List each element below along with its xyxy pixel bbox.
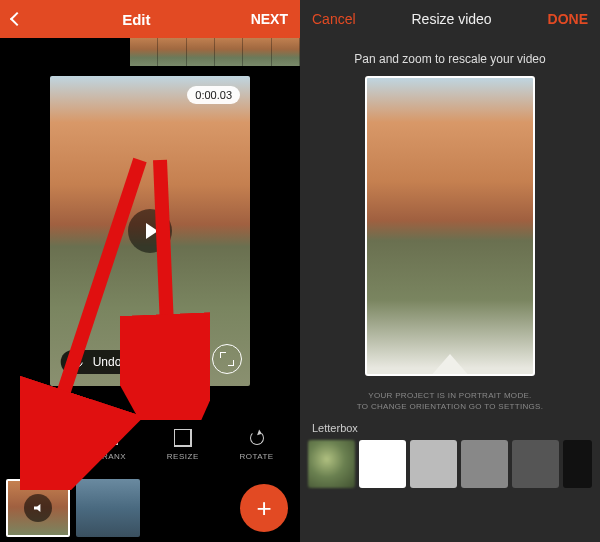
undo-icon bbox=[71, 355, 85, 369]
timeline-frame bbox=[130, 38, 158, 66]
tool-resize[interactable]: RESIZE bbox=[167, 428, 199, 461]
letterbox-gray[interactable] bbox=[461, 440, 508, 488]
fullscreen-icon bbox=[222, 354, 232, 364]
resize-screen: Cancel Resize video DONE Pan and zoom to… bbox=[300, 0, 600, 542]
resize-header: Cancel Resize video DONE bbox=[300, 0, 600, 38]
tool-row: SPEED TRANX RESIZE ROTATE bbox=[0, 416, 300, 472]
resize-canvas[interactable] bbox=[365, 76, 535, 376]
orientation-note: YOUR PROJECT IS IN PORTRAIT MODE. TO CHA… bbox=[300, 390, 600, 412]
tool-tranx[interactable]: TRANX bbox=[97, 428, 127, 461]
timeline-frame bbox=[243, 38, 271, 66]
letterbox-darkgray[interactable] bbox=[512, 440, 559, 488]
clip-tray: + bbox=[0, 474, 300, 542]
next-button[interactable]: NEXT bbox=[251, 11, 288, 27]
timeline[interactable] bbox=[0, 38, 300, 66]
undo-delete-pill: Undo Delete bbox=[61, 350, 198, 374]
letterbox-label: Letterbox bbox=[300, 412, 600, 440]
edit-title: Edit bbox=[122, 11, 150, 28]
timeline-strip[interactable] bbox=[130, 38, 300, 66]
done-button[interactable]: DONE bbox=[548, 11, 588, 27]
tool-rotate[interactable]: ROTATE bbox=[239, 428, 273, 461]
tool-label: TRANX bbox=[97, 452, 127, 461]
speed-icon bbox=[34, 431, 48, 445]
fullscreen-button[interactable] bbox=[212, 344, 242, 374]
tool-label: RESIZE bbox=[167, 452, 199, 461]
delete-button[interactable]: Delete bbox=[151, 355, 186, 369]
letterbox-lightgray[interactable] bbox=[410, 440, 457, 488]
time-badge: 0:00.03 bbox=[187, 86, 240, 104]
volume-button[interactable] bbox=[24, 494, 52, 522]
timeline-frame bbox=[158, 38, 186, 66]
clip-thumb-1[interactable] bbox=[6, 479, 70, 537]
clip-thumb-2[interactable] bbox=[76, 479, 140, 537]
timeline-frame bbox=[272, 38, 300, 66]
volume-icon bbox=[34, 504, 42, 512]
undo-button[interactable]: Undo bbox=[93, 355, 122, 369]
edit-screen: Edit NEXT 0:00.03 Undo Delete bbox=[0, 0, 300, 542]
tool-label: SPEED bbox=[26, 452, 56, 461]
tool-label: ROTATE bbox=[239, 452, 273, 461]
resize-icon bbox=[176, 431, 190, 445]
video-preview[interactable]: 0:00.03 Undo Delete bbox=[50, 76, 250, 386]
timeline-frame bbox=[187, 38, 215, 66]
add-clip-button[interactable]: + bbox=[240, 484, 288, 532]
orientation-note-line1: YOUR PROJECT IS IN PORTRAIT MODE. bbox=[300, 390, 600, 401]
delete-icon bbox=[131, 357, 141, 367]
cancel-button[interactable]: Cancel bbox=[312, 11, 356, 27]
preview-area: 0:00.03 Undo Delete bbox=[0, 66, 300, 387]
tool-speed[interactable]: SPEED bbox=[26, 428, 56, 461]
resize-hint: Pan and zoom to rescale your video bbox=[300, 38, 600, 76]
resize-title: Resize video bbox=[411, 11, 491, 27]
rotate-icon bbox=[250, 431, 264, 445]
timeline-frame bbox=[215, 38, 243, 66]
transition-icon bbox=[104, 431, 118, 445]
letterbox-row bbox=[300, 440, 600, 488]
letterbox-white[interactable] bbox=[359, 440, 406, 488]
play-button[interactable] bbox=[128, 209, 172, 253]
play-icon bbox=[146, 223, 158, 239]
letterbox-black[interactable] bbox=[563, 440, 592, 488]
orientation-note-line2: TO CHANGE ORIENTATION GO TO SETTINGS. bbox=[300, 401, 600, 412]
edit-header: Edit NEXT bbox=[0, 0, 300, 38]
letterbox-blur[interactable] bbox=[308, 440, 355, 488]
back-icon[interactable] bbox=[10, 12, 24, 26]
